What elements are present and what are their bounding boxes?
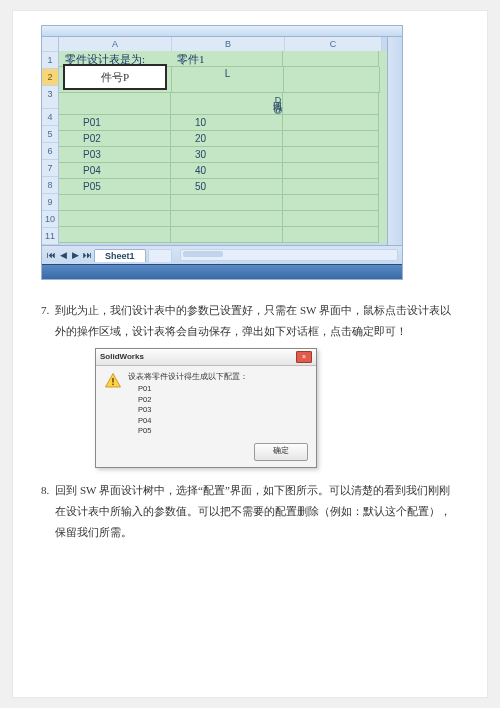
- excel-row-header[interactable]: 1: [42, 52, 58, 69]
- dialog-list-item: P04: [138, 416, 308, 427]
- step-text: 回到 SW 界面设计树中，选择“配置”界面，如下图所示。可以清楚的看到我们刚刚在…: [55, 480, 459, 543]
- excel-cell[interactable]: P01: [59, 115, 171, 131]
- excel-cell[interactable]: [171, 211, 283, 227]
- excel-vertical-scrollbar[interactable]: [387, 37, 402, 245]
- dialog-list-item: P02: [138, 395, 308, 406]
- dialog-list-item: P05: [138, 426, 308, 437]
- dialog-list-item: P03: [138, 405, 308, 416]
- excel-cell[interactable]: [59, 195, 171, 211]
- excel-horizontal-scrollbar[interactable]: [180, 249, 398, 261]
- excel-cell[interactable]: P02: [59, 131, 171, 147]
- excel-cell[interactable]: P05: [59, 179, 171, 195]
- excel-selectall-corner[interactable]: [42, 37, 58, 52]
- sheet-nav-last-icon[interactable]: ⏭: [82, 250, 92, 260]
- dialog-message: 设表将零件设计得生成以下配置： P01 P02 P03 P04 P05: [128, 372, 308, 437]
- step-text: 到此为止，我们设计表中的参数已设置好，只需在 SW 界面中，鼠标点击设计表以外的…: [55, 300, 459, 342]
- excel-cell[interactable]: [283, 227, 379, 243]
- step-number: 7.: [41, 300, 49, 342]
- excel-cell[interactable]: P04: [59, 163, 171, 179]
- excel-cell[interactable]: [283, 163, 379, 179]
- excel-cell[interactable]: [59, 227, 171, 243]
- close-icon[interactable]: ×: [296, 351, 312, 363]
- excel-cell[interactable]: [284, 67, 380, 93]
- design-table-header-b-vert[interactable]: 回填D@M0: [171, 93, 283, 115]
- sheet-tab-new[interactable]: [148, 249, 172, 262]
- design-table-header-b-top[interactable]: L: [172, 67, 284, 93]
- step-number: 8.: [41, 480, 49, 543]
- excel-cell[interactable]: [283, 93, 379, 115]
- excel-col-header[interactable]: A: [59, 37, 172, 52]
- excel-cell[interactable]: 10: [171, 115, 283, 131]
- warning-icon: [104, 372, 122, 390]
- design-table-header-a[interactable]: 件号P: [63, 64, 167, 90]
- sheet-nav-next-icon[interactable]: ▶: [70, 250, 80, 260]
- dialog-list-item: P01: [138, 384, 308, 395]
- dialog-title: SolidWorks: [100, 352, 296, 361]
- excel-row-header[interactable]: 4: [42, 109, 58, 126]
- excel-cell[interactable]: [283, 211, 379, 227]
- dialog-titlebar: SolidWorks ×: [96, 349, 316, 366]
- excel-cell[interactable]: [283, 51, 379, 67]
- excel-col-header[interactable]: C: [285, 37, 382, 52]
- excel-status-bar: [42, 264, 402, 279]
- excel-cell[interactable]: P03: [59, 147, 171, 163]
- excel-sheet-tabs: ⏮ ◀ ▶ ⏭ Sheet1: [42, 245, 402, 264]
- excel-cell[interactable]: [171, 195, 283, 211]
- ok-button[interactable]: 确定: [254, 443, 308, 461]
- excel-row-header[interactable]: 11: [42, 228, 58, 245]
- excel-cell[interactable]: 30: [171, 147, 283, 163]
- svg-rect-1: [112, 383, 114, 385]
- step-7: 7. 到此为止，我们设计表中的参数已设置好，只需在 SW 界面中，鼠标点击设计表…: [41, 300, 459, 342]
- excel-row-header[interactable]: 2: [42, 69, 58, 86]
- excel-row-header[interactable]: 3: [42, 86, 58, 109]
- sheet-nav-prev-icon[interactable]: ◀: [58, 250, 68, 260]
- sheet-tab-active[interactable]: Sheet1: [94, 249, 146, 262]
- excel-grid: A B C 零件设计表是为: 零件1 件号P: [59, 37, 387, 245]
- vertical-label-text: 回填D@M0: [171, 93, 282, 114]
- excel-col-header[interactable]: B: [172, 37, 285, 52]
- excel-row-header[interactable]: 10: [42, 211, 58, 228]
- excel-cell[interactable]: [283, 179, 379, 195]
- sheet-nav-first-icon[interactable]: ⏮: [46, 250, 56, 260]
- excel-row-header[interactable]: 5: [42, 126, 58, 143]
- excel-row-header[interactable]: 6: [42, 143, 58, 160]
- excel-row-header[interactable]: 9: [42, 194, 58, 211]
- excel-cell[interactable]: [283, 131, 379, 147]
- excel-cell[interactable]: [283, 195, 379, 211]
- excel-row-headers: 1 2 3 4 5 6 7 8 9 10 11: [42, 37, 59, 245]
- step-8: 8. 回到 SW 界面设计树中，选择“配置”界面，如下图所示。可以清楚的看到我们…: [41, 480, 459, 543]
- excel-cell[interactable]: [283, 115, 379, 131]
- excel-ribbon-strip: [42, 26, 402, 37]
- excel-cell[interactable]: [171, 227, 283, 243]
- excel-cell[interactable]: [59, 93, 171, 115]
- excel-row-header[interactable]: 8: [42, 177, 58, 194]
- design-table-title-right[interactable]: 零件1: [171, 51, 283, 67]
- excel-cell[interactable]: 20: [171, 131, 283, 147]
- excel-cell[interactable]: [283, 147, 379, 163]
- svg-rect-0: [112, 378, 114, 383]
- whitespace: [35, 548, 465, 708]
- excel-row-header[interactable]: 7: [42, 160, 58, 177]
- excel-cell[interactable]: 50: [171, 179, 283, 195]
- solidworks-dialog: SolidWorks × 设表将零件设计得生成以下配置： P01 P02 P03…: [95, 348, 317, 468]
- excel-cell[interactable]: 40: [171, 163, 283, 179]
- excel-screenshot: 1 2 3 4 5 6 7 8 9 10 11 A B C: [41, 25, 403, 280]
- dialog-heading: 设表将零件设计得生成以下配置：: [128, 372, 308, 383]
- excel-cell[interactable]: [59, 211, 171, 227]
